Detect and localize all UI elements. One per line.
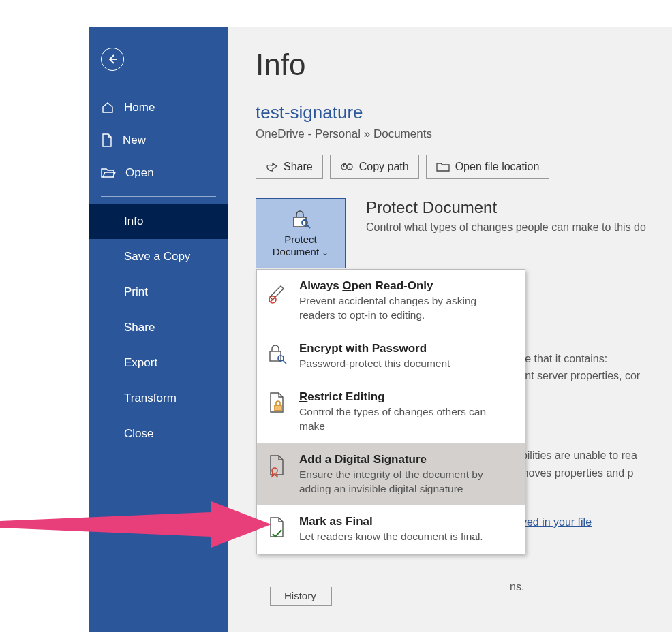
menu-item-digital-signature[interactable]: Add a Digital Signature Ensure the integ…: [257, 443, 525, 506]
open-file-location-button[interactable]: Open file location: [426, 155, 550, 179]
menu-item-mark-final[interactable]: Mark as Final Let readers know the docum…: [257, 505, 525, 554]
sidebar-item-save-copy[interactable]: Save a Copy: [89, 239, 228, 274]
sidebar-label: Share: [124, 321, 155, 334]
bg-text: ment server properties, cor: [510, 370, 640, 382]
button-label: Open file location: [455, 161, 540, 173]
sidebar-divider: [101, 196, 216, 197]
sidebar-item-info[interactable]: Info: [89, 204, 228, 239]
menu-item-desc: Password-protect this document: [299, 357, 514, 371]
bg-text: sabilities are unable to rea: [510, 449, 637, 462]
pencil-readonly-icon: [267, 281, 288, 304]
document-icon: [101, 133, 113, 147]
link-icon: [340, 162, 354, 172]
share-button[interactable]: Share: [256, 155, 323, 179]
folder-open-icon: [101, 167, 116, 179]
sidebar-item-close[interactable]: Close: [89, 416, 228, 452]
menu-item-desc: Ensure the integrity of the document by …: [299, 468, 514, 496]
document-title: test-signature: [256, 102, 672, 123]
bg-text: ns.: [510, 581, 524, 593]
sidebar-label: Info: [124, 215, 143, 228]
menu-item-read-only[interactable]: Always Open Read-Only Prevent accidental…: [257, 270, 525, 332]
sidebar-item-new[interactable]: New: [101, 124, 216, 157]
sidebar-label: Print: [124, 285, 148, 299]
sidebar-item-print[interactable]: Print: [89, 274, 228, 310]
arrow-left-icon: [107, 54, 118, 65]
file-actions-toolbar: Share Copy path Open file location: [256, 155, 672, 179]
history-button-fragment[interactable]: History: [270, 587, 332, 606]
back-button[interactable]: [101, 48, 124, 71]
svg-rect-7: [275, 405, 281, 411]
sidebar-label: Save a Copy: [124, 250, 190, 264]
svg-point-8: [272, 468, 277, 473]
share-icon: [266, 161, 278, 172]
sidebar-item-share[interactable]: Share: [89, 310, 228, 345]
home-icon: [101, 101, 114, 114]
sidebar-label: Export: [124, 356, 157, 370]
sidebar-item-home[interactable]: Home: [101, 91, 216, 124]
lock-encrypt-icon: [267, 343, 288, 365]
button-label: Document: [273, 246, 319, 257]
breadcrumb: OneDrive - Personal » Documents: [256, 127, 672, 141]
sidebar-item-open[interactable]: Open: [101, 157, 216, 189]
document-check-icon: [268, 516, 287, 541]
menu-item-encrypt[interactable]: Encrypt with Password Password-protect t…: [257, 332, 525, 381]
page-title: Info: [256, 48, 672, 82]
section-heading: Protect Document: [366, 198, 646, 217]
sidebar-label: Transform: [124, 392, 177, 405]
sidebar-label: Open: [125, 166, 154, 180]
document-lock-icon: [268, 392, 287, 415]
sidebar-label: Home: [124, 101, 155, 114]
menu-item-desc: Control the types of changes others can …: [299, 405, 514, 434]
backstage-sidebar: Home New Open Info Save a Copy Print Sha…: [89, 27, 228, 632]
copy-path-button[interactable]: Copy path: [330, 155, 419, 179]
bg-text: removes properties and p: [510, 467, 633, 479]
folder-icon: [436, 161, 450, 172]
menu-item-restrict[interactable]: Restrict Editing Control the types of ch…: [257, 381, 525, 443]
section-description: Control what types of changes people can…: [366, 221, 646, 234]
menu-item-desc: Let readers know the document is final.: [299, 530, 514, 544]
sidebar-item-export[interactable]: Export: [89, 345, 228, 381]
sidebar-label: Close: [124, 427, 153, 441]
menu-item-desc: Prevent accidental changes by asking rea…: [299, 294, 514, 323]
info-pane: Info test-signature OneDrive - Personal …: [228, 27, 672, 632]
sidebar-label: New: [123, 133, 146, 147]
protect-document-menu: Always Open Read-Only Prevent accidental…: [256, 269, 525, 554]
sidebar-item-transform[interactable]: Transform: [89, 381, 228, 416]
document-ribbon-icon: [268, 454, 287, 479]
chevron-down-icon: ⌄: [322, 248, 329, 257]
lock-key-icon: [290, 209, 311, 230]
button-label: Copy path: [359, 161, 409, 173]
button-label: Share: [284, 161, 313, 173]
button-label: Protect: [284, 234, 317, 245]
protect-document-button[interactable]: Protect Document ⌄ Always Open Read-Only…: [256, 198, 346, 268]
